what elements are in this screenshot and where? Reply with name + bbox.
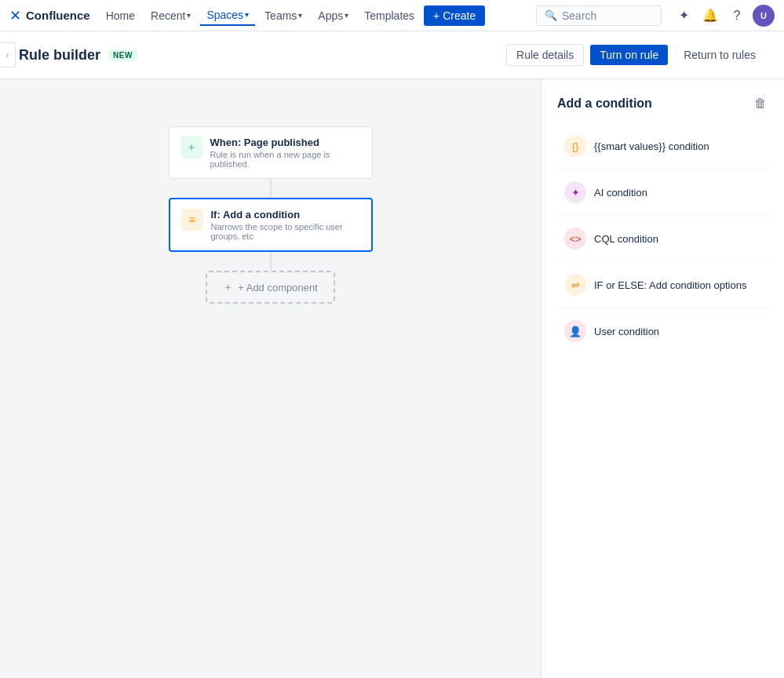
condition-title: If: Add a condition [211,209,360,221]
smartval-label: {{smart values}} condition [594,140,709,152]
sidebar-toggle[interactable]: › [0,42,16,67]
condition-node[interactable]: ≡ If: Add a condition Narrows the scope … [169,198,373,252]
user-icon: 👤 [564,320,586,342]
search-bar[interactable]: 🔍 Search [536,5,662,26]
spaces-chevron-icon: ▾ [245,10,249,19]
panel-title-area: Add a condition 🗑 [557,95,768,112]
return-to-rules-button[interactable]: Return to rules [674,45,765,65]
conditions-panel: Add a condition 🗑 {} {{smart values}} co… [541,79,784,678]
create-button[interactable]: + Create [424,5,485,26]
help-button[interactable]: ? [726,5,748,27]
conditions-list: {} {{smart values}} condition ✦ AI condi… [557,125,768,352]
smartval-icon: {} [564,135,586,157]
condition-item-iforelse[interactable]: ⇌ IF or ELSE: Add condition options [557,264,768,306]
condition-item-smartval[interactable]: {} {{smart values}} condition [557,125,768,167]
ai-icon: ✦ [564,181,586,203]
trigger-desc: Rule is run when a new page is published… [210,150,361,169]
nav-teams[interactable]: Teams ▾ [258,6,308,25]
nav-apps[interactable]: Apps ▾ [312,6,355,25]
apps-chevron-icon: ▾ [345,11,348,20]
divider-0 [557,169,768,170]
condition-icon: ≡ [181,209,203,231]
search-placeholder-text: Search [562,9,596,22]
divider-1 [557,215,768,216]
trigger-content: When: Page published Rule is run when a … [210,137,361,169]
new-badge: NEW [108,49,137,61]
add-component-button[interactable]: ＋ + Add component [206,271,335,304]
turn-on-rule-button[interactable]: Turn on rule [590,45,668,65]
recent-chevron-icon: ▾ [187,11,191,20]
notifications-button[interactable]: 🔔 [699,5,721,27]
cql-icon: <> [564,228,586,250]
add-component-label: + Add component [238,282,318,293]
nav-recent[interactable]: Recent ▾ [144,6,197,25]
navbar: ✕ Confluence Home Recent ▾ Spaces ▾ Team… [0,0,784,31]
rule-details-button[interactable]: Rule details [506,44,584,66]
connector-1 [270,179,272,198]
iforelse-label: IF or ELSE: Add condition options [594,279,746,291]
trigger-icon: ＋ [181,137,202,159]
confluence-logo-icon: ✕ [9,7,21,24]
page-header: › Rule builder NEW Rule details Turn on … [0,31,784,79]
panel-title-text: Add a condition [557,97,652,111]
iforelse-icon: ⇌ [564,274,586,296]
rule-canvas: ＋ When: Page published Rule is run when … [0,79,541,678]
cql-label: CQL condition [594,233,658,245]
main-content: ＋ When: Page published Rule is run when … [0,79,784,678]
condition-desc: Narrows the scope to specific user group… [211,222,360,241]
condition-content: If: Add a condition Narrows the scope to… [211,209,360,241]
search-icon: 🔍 [545,9,557,21]
connector-2 [270,252,272,271]
logo[interactable]: ✕ Confluence [9,7,90,24]
nav-templates[interactable]: Templates [358,6,421,25]
divider-2 [557,261,768,262]
trigger-title: When: Page published [210,137,361,148]
panel-delete-button[interactable]: 🗑 [753,95,768,112]
nav-right-actions: ✦ 🔔 ? U [673,5,775,27]
divider-3 [557,308,768,308]
page-title-area: Rule builder NEW [19,47,137,64]
page-actions: Rule details Turn on rule Return to rule… [506,44,765,66]
trigger-node[interactable]: ＋ When: Page published Rule is run when … [169,126,373,179]
flow-container: ＋ When: Page published Rule is run when … [169,126,373,304]
condition-item-user[interactable]: 👤 User condition [557,310,768,352]
page-title: Rule builder [19,47,100,64]
add-icon: ＋ [223,280,233,294]
nav-spaces[interactable]: Spaces ▾ [200,5,255,26]
teams-chevron-icon: ▾ [298,11,302,20]
condition-item-cql[interactable]: <> CQL condition [557,217,768,260]
ai-button[interactable]: ✦ [673,5,695,27]
logo-text: Confluence [26,9,90,22]
condition-item-ai[interactable]: ✦ AI condition [557,171,768,213]
nav-home[interactable]: Home [100,6,141,25]
ai-label: AI condition [594,187,647,199]
user-label: User condition [594,326,659,337]
avatar[interactable]: U [753,5,775,27]
